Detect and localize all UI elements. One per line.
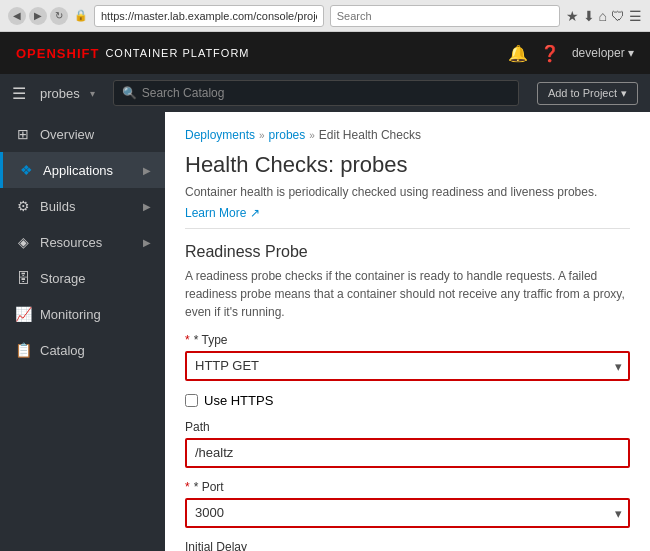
breadcrumb-sep-2: » xyxy=(309,130,315,141)
os-logo-red: OPENSHIFT xyxy=(16,46,99,61)
project-name[interactable]: probes xyxy=(40,86,80,101)
type-select-wrapper: HTTP GET TCP Socket Container Command xyxy=(185,351,630,381)
sidebar-item-builds[interactable]: ⚙ Builds ▶ xyxy=(0,188,165,224)
port-select[interactable]: 3000 xyxy=(185,498,630,528)
home-icon[interactable]: ⌂ xyxy=(599,8,607,24)
resources-arrow-icon: ▶ xyxy=(143,237,151,248)
shield-icon: 🛡 xyxy=(611,8,625,24)
breadcrumb-current: Edit Health Checks xyxy=(319,128,421,142)
main-layout: ⊞ Overview ❖ Applications ▶ ⚙ Builds ▶ ◈… xyxy=(0,112,650,551)
learn-more-link[interactable]: Learn More ↗ xyxy=(185,206,260,220)
sidebar-label-builds: Builds xyxy=(40,199,75,214)
page-description: Container health is periodically checked… xyxy=(185,184,630,201)
user-label: developer xyxy=(572,46,625,60)
port-label-text: * Port xyxy=(194,480,224,494)
path-input[interactable] xyxy=(185,438,630,468)
subnav: ☰ probes ▾ 🔍 Search Catalog Add to Proje… xyxy=(0,74,650,112)
sidebar: ⊞ Overview ❖ Applications ▶ ⚙ Builds ▶ ◈… xyxy=(0,112,165,551)
download-icon[interactable]: ⬇ xyxy=(583,8,595,24)
readiness-probe-desc: A readiness probe checks if the containe… xyxy=(185,267,630,321)
forward-button[interactable]: ▶ xyxy=(29,7,47,25)
breadcrumb: Deployments » probes » Edit Health Check… xyxy=(185,128,630,142)
initial-delay-label: Initial Delay xyxy=(185,540,630,551)
applications-arrow-icon: ▶ xyxy=(143,165,151,176)
add-to-project-arrow: ▾ xyxy=(621,87,627,100)
sidebar-label-storage: Storage xyxy=(40,271,86,286)
required-star-port: * xyxy=(185,480,190,494)
use-https-group: Use HTTPS xyxy=(185,393,630,408)
back-button[interactable]: ◀ xyxy=(8,7,26,25)
resources-icon: ◈ xyxy=(14,234,32,250)
os-logo: OPENSHIFT CONTAINER PLATFORM xyxy=(16,46,250,61)
learn-more-label: Learn More xyxy=(185,206,246,220)
refresh-button[interactable]: ↻ xyxy=(50,7,68,25)
browser-search-input[interactable] xyxy=(330,5,560,27)
notification-icon[interactable]: 🔔 xyxy=(508,44,528,63)
browser-bar: ◀ ▶ ↻ 🔒 ★ ⬇ ⌂ 🛡 ☰ xyxy=(0,0,650,32)
user-menu[interactable]: developer ▾ xyxy=(572,46,634,60)
browser-nav-buttons: ◀ ▶ ↻ xyxy=(8,7,68,25)
catalog-search-placeholder: Search Catalog xyxy=(142,86,225,100)
hamburger-icon[interactable]: ☰ xyxy=(12,84,26,103)
sidebar-item-resources[interactable]: ◈ Resources ▶ xyxy=(0,224,165,260)
sidebar-item-storage[interactable]: 🗄 Storage xyxy=(0,260,165,296)
learn-more-icon: ↗ xyxy=(250,206,260,220)
main-content: Deployments » probes » Edit Health Check… xyxy=(165,112,650,551)
menu-icon[interactable]: ☰ xyxy=(629,8,642,24)
required-star-type: * xyxy=(185,333,190,347)
type-field-group: * * Type HTTP GET TCP Socket Container C… xyxy=(185,333,630,381)
catalog-icon: 📋 xyxy=(14,342,32,358)
sidebar-item-overview[interactable]: ⊞ Overview xyxy=(0,116,165,152)
path-field-group: Path xyxy=(185,420,630,468)
port-field-group: * * Port 3000 xyxy=(185,480,630,528)
overview-icon: ⊞ xyxy=(14,126,32,142)
bookmark-icon[interactable]: ★ xyxy=(566,8,579,24)
sidebar-item-applications[interactable]: ❖ Applications ▶ xyxy=(0,152,165,188)
divider-1 xyxy=(185,228,630,229)
add-to-project-button[interactable]: Add to Project ▾ xyxy=(537,82,638,105)
breadcrumb-deployments[interactable]: Deployments xyxy=(185,128,255,142)
sidebar-item-catalog[interactable]: 📋 Catalog xyxy=(0,332,165,368)
initial-delay-field-group: Initial Delay ▲ ▼ seconds How long to wa… xyxy=(185,540,630,551)
sidebar-label-resources: Resources xyxy=(40,235,102,250)
builds-icon: ⚙ xyxy=(14,198,32,214)
builds-arrow-icon: ▶ xyxy=(143,201,151,212)
user-dropdown-icon: ▾ xyxy=(628,46,634,60)
sidebar-label-catalog: Catalog xyxy=(40,343,85,358)
page-title: Health Checks: probes xyxy=(185,152,630,178)
monitoring-icon: 📈 xyxy=(14,306,32,322)
use-https-checkbox[interactable] xyxy=(185,394,198,407)
path-label: Path xyxy=(185,420,630,434)
project-dropdown-icon: ▾ xyxy=(90,88,95,99)
catalog-search[interactable]: 🔍 Search Catalog xyxy=(113,80,519,106)
storage-icon: 🗄 xyxy=(14,270,32,286)
type-select[interactable]: HTTP GET TCP Socket Container Command xyxy=(185,351,630,381)
browser-toolbar-icons: ★ ⬇ ⌂ 🛡 ☰ xyxy=(566,8,642,24)
applications-icon: ❖ xyxy=(17,162,35,178)
breadcrumb-sep-1: » xyxy=(259,130,265,141)
add-to-project-label: Add to Project xyxy=(548,87,617,99)
sidebar-label-applications: Applications xyxy=(43,163,113,178)
lock-icon: 🔒 xyxy=(74,9,88,22)
os-header-icons: 🔔 ❓ developer ▾ xyxy=(508,44,634,63)
port-select-wrapper: 3000 xyxy=(185,498,630,528)
search-icon: 🔍 xyxy=(122,86,137,100)
sidebar-item-monitoring[interactable]: 📈 Monitoring xyxy=(0,296,165,332)
port-label: * * Port xyxy=(185,480,630,494)
os-header: OPENSHIFT CONTAINER PLATFORM 🔔 ❓ develop… xyxy=(0,32,650,74)
sidebar-label-overview: Overview xyxy=(40,127,94,142)
breadcrumb-probes[interactable]: probes xyxy=(269,128,306,142)
readiness-probe-title: Readiness Probe xyxy=(185,243,630,261)
url-bar[interactable] xyxy=(94,5,324,27)
type-label: * * Type xyxy=(185,333,630,347)
help-icon[interactable]: ❓ xyxy=(540,44,560,63)
use-https-label: Use HTTPS xyxy=(204,393,273,408)
sidebar-label-monitoring: Monitoring xyxy=(40,307,101,322)
os-logo-text: CONTAINER PLATFORM xyxy=(105,47,249,59)
type-label-text: * Type xyxy=(194,333,228,347)
